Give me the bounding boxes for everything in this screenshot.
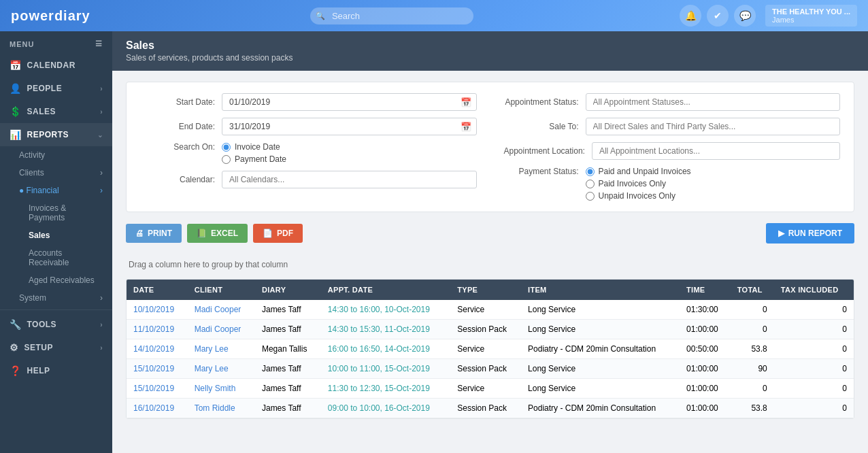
appt-location-input[interactable] xyxy=(592,142,840,160)
cell-tax: 0 xyxy=(774,399,854,418)
sales-table: DATE CLIENT DIARY APPT. DATE TYPE ITEM T… xyxy=(127,280,854,418)
start-date-input[interactable] xyxy=(222,93,477,111)
radio-invoice-date[interactable] xyxy=(222,143,231,152)
radio-unpaid-only[interactable] xyxy=(586,192,595,201)
sidebar-item-people[interactable]: 👤 PEOPLE › xyxy=(0,77,112,100)
chevron-right-icon: › xyxy=(100,85,103,93)
print-icon: 🖨 xyxy=(135,229,144,238)
sidebar-item-help[interactable]: ❓ HELP xyxy=(0,359,112,382)
filter-right-column: Appointment Status: Sale To: Appointment… xyxy=(504,93,841,201)
calendar-icon[interactable]: 📅 xyxy=(461,97,471,107)
cell-client: Tom Riddle xyxy=(188,399,255,418)
cell-total: 53.8 xyxy=(731,339,774,359)
appt-date-link[interactable]: 09:00 to 10:00, 16-Oct-2019 xyxy=(328,403,430,413)
date-link[interactable]: 15/10/2019 xyxy=(133,364,174,373)
sidebar-sub-activity[interactable]: Activity xyxy=(12,146,112,164)
calendar-icon[interactable]: 📅 xyxy=(461,122,471,132)
sidebar-item-label: TOOLS xyxy=(27,320,57,329)
sidebar-sub-financial[interactable]: ● Financial › xyxy=(12,182,112,199)
sale-to-input[interactable] xyxy=(586,118,841,135)
cell-appt-date: 10:00 to 11:00, 15-Oct-2019 xyxy=(321,359,450,379)
client-link[interactable]: Mary Lee xyxy=(195,364,229,373)
radio-paid-unpaid[interactable] xyxy=(586,167,595,176)
cell-date: 15/10/2019 xyxy=(127,359,188,379)
cell-total: 53.8 xyxy=(731,399,774,418)
calendar-filter-input[interactable] xyxy=(222,171,477,188)
pdf-label: PDF xyxy=(277,229,293,238)
cell-type: Service xyxy=(450,339,521,359)
excel-icon: 📗 xyxy=(197,229,207,238)
sidebar-item-label: SETUP xyxy=(24,343,54,352)
radio-paid-only-row: Paid Invoices Only xyxy=(586,179,691,188)
run-report-label: RUN REPORT xyxy=(788,229,842,238)
run-report-button[interactable]: ▶ RUN REPORT xyxy=(766,223,854,244)
chevron-right-icon: › xyxy=(100,344,103,352)
print-button[interactable]: 🖨 PRINT xyxy=(126,224,182,243)
appt-status-label: Appointment Status: xyxy=(504,97,579,107)
appt-date-link[interactable]: 16:00 to 16:50, 14-Oct-2019 xyxy=(328,344,430,354)
end-date-label: End Date: xyxy=(140,122,215,131)
client-link[interactable]: Mary Lee xyxy=(195,344,229,354)
sidebar-item-label: PEOPLE xyxy=(27,84,63,93)
cell-diary: James Taff xyxy=(255,300,321,320)
sidebar-sub-accounts-receivable[interactable]: Accounts Receivable xyxy=(22,244,112,271)
end-date-input-wrapper: 📅 xyxy=(222,118,477,135)
client-link[interactable]: Nelly Smith xyxy=(195,384,236,393)
cell-item: Podiatry - CDM 20min Consultation xyxy=(521,339,680,359)
checkmark-button[interactable]: ✔ xyxy=(707,5,729,27)
sidebar-sub-invoices-payments[interactable]: Invoices & Payments xyxy=(22,199,112,227)
date-link[interactable]: 10/10/2019 xyxy=(133,305,174,314)
cell-item: Long Service xyxy=(521,300,680,320)
messages-button[interactable]: 💬 xyxy=(734,5,756,27)
sidebar-item-tools[interactable]: 🔧 TOOLS › xyxy=(0,313,112,336)
sidebar-sub-aged-receivables[interactable]: Aged Receivables xyxy=(22,271,112,289)
radio-payment-date[interactable] xyxy=(222,155,231,164)
sidebar-item-setup[interactable]: ⚙ SETUP › xyxy=(0,336,112,359)
table-row: 16/10/2019 Tom Riddle James Taff 09:00 t… xyxy=(127,399,854,418)
client-link[interactable]: Madi Cooper xyxy=(195,305,241,314)
cell-type: Session Pack xyxy=(450,399,521,418)
chevron-right-icon: › xyxy=(100,108,103,116)
cell-client: Madi Cooper xyxy=(188,320,255,339)
col-type: TYPE xyxy=(450,280,521,300)
start-date-label: Start Date: xyxy=(140,97,215,107)
appt-date-link[interactable]: 14:30 to 16:00, 10-Oct-2019 xyxy=(328,305,430,314)
filter-grid: Start Date: 📅 End Date: 📅 xyxy=(140,93,840,201)
end-date-input[interactable] xyxy=(222,118,477,135)
radio-unpaid-only-label: Unpaid Invoices Only xyxy=(599,191,675,201)
sidebar-sub-clients[interactable]: Clients › xyxy=(12,164,112,182)
table-row: 11/10/2019 Madi Cooper James Taff 14:30 … xyxy=(127,320,854,339)
date-link[interactable]: 11/10/2019 xyxy=(133,324,174,334)
client-link[interactable]: Madi Cooper xyxy=(195,324,241,334)
sidebar-divider xyxy=(0,309,112,310)
hamburger-icon[interactable]: ☰ xyxy=(95,39,103,48)
user-menu-button[interactable]: THE HEALTHY YOU ... James xyxy=(765,5,857,27)
pdf-button[interactable]: 📄 PDF xyxy=(253,224,303,243)
sidebar-item-reports[interactable]: 📊 REPORTS ⌄ xyxy=(0,123,112,146)
pdf-icon: 📄 xyxy=(263,229,273,238)
client-link[interactable]: Tom Riddle xyxy=(195,403,235,413)
radio-invoice-row: Invoice Date xyxy=(222,142,286,152)
cell-time: 01:00:00 xyxy=(680,399,731,418)
sidebar-item-sales[interactable]: 💲 SALES › xyxy=(0,100,112,123)
date-link[interactable]: 15/10/2019 xyxy=(133,384,174,393)
sidebar-item-calendar[interactable]: 📅 CALENDAR xyxy=(0,54,112,77)
sidebar-sub-sales[interactable]: Sales xyxy=(22,227,112,244)
cell-item: Long Service xyxy=(521,320,680,339)
sidebar-sub-system[interactable]: System › xyxy=(12,289,112,307)
date-link[interactable]: 14/10/2019 xyxy=(133,344,174,354)
date-link[interactable]: 16/10/2019 xyxy=(133,403,174,413)
search-input[interactable] xyxy=(310,7,473,24)
top-navigation: powerdiary 🔔 ✔ 💬 THE HEALTHY YOU ... Jam… xyxy=(0,0,868,31)
appt-date-link[interactable]: 11:30 to 12:30, 15-Oct-2019 xyxy=(328,384,430,393)
appt-status-input[interactable] xyxy=(586,93,841,111)
notifications-button[interactable]: 🔔 xyxy=(680,5,701,27)
appt-date-link[interactable]: 10:00 to 11:00, 15-Oct-2019 xyxy=(328,364,430,373)
calendar-row: Calendar: xyxy=(140,171,477,188)
cell-diary: James Taff xyxy=(255,359,321,379)
appt-date-link[interactable]: 14:30 to 15:30, 11-Oct-2019 xyxy=(328,324,430,334)
excel-button[interactable]: 📗 EXCEL xyxy=(187,224,248,243)
col-tax: TAX INCLUDED xyxy=(774,280,854,300)
radio-paid-only[interactable] xyxy=(586,180,595,188)
payment-status-label: Payment Status: xyxy=(504,167,579,176)
